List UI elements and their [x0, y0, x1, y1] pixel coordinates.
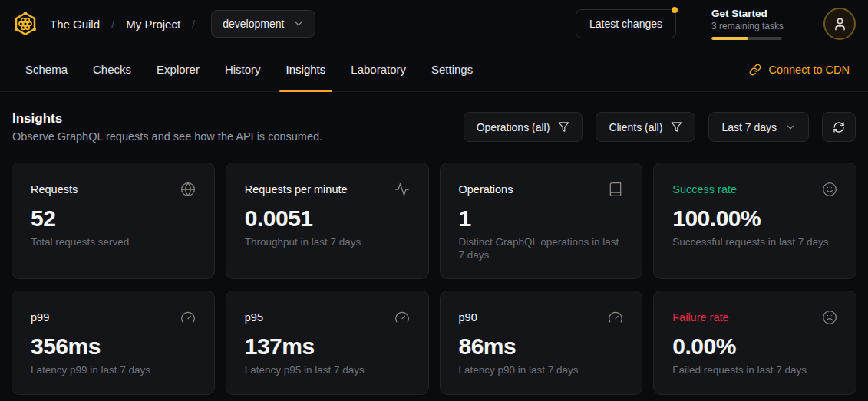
tab-schema[interactable]: Schema	[25, 48, 68, 91]
date-range-label: Last 7 days	[721, 121, 777, 133]
card-value: 356ms	[31, 334, 196, 360]
stat-card-operations: Operations 1 Distinct GraphQL operations…	[440, 163, 643, 279]
get-started-progressbar	[711, 37, 782, 40]
card-value: 86ms	[459, 334, 624, 360]
refresh-button[interactable]	[822, 112, 856, 142]
card-subtitle: Latency p99 in last 7 days	[31, 364, 196, 377]
environment-selector[interactable]: development	[211, 10, 315, 38]
card-subtitle: Distinct GraphQL operations in last 7 da…	[459, 236, 624, 261]
latest-changes-button[interactable]: Latest changes	[576, 9, 676, 38]
breadcrumb: The Guild / My Project / development	[50, 10, 315, 38]
hive-logo-icon[interactable]	[11, 9, 40, 38]
topbar-right: Latest changes Get Started 3 remaining t…	[576, 8, 856, 40]
link-icon	[749, 64, 761, 76]
stat-card-success-rate: Success rate 100.00% Successful requests…	[653, 163, 856, 279]
card-value: 1	[459, 205, 624, 232]
stat-card-p90: p90 86ms Latency p90 in last 7 days	[440, 291, 643, 395]
card-value: 52	[31, 205, 196, 232]
card-subtitle: Throughput in last 7 days	[245, 236, 410, 249]
stat-card-requests-per-minute: Requests per minute 0.0051 Throughput in…	[226, 163, 429, 279]
activity-icon	[394, 182, 410, 197]
stats-grid: Requests 52 Total requests served Reques…	[12, 163, 856, 395]
card-subtitle: Latency p90 in last 7 days	[459, 364, 624, 377]
book-icon	[608, 182, 623, 197]
tab-settings[interactable]: Settings	[431, 48, 473, 91]
tab-laboratory[interactable]: Laboratory	[351, 48, 406, 91]
card-subtitle: Total requests served	[31, 236, 196, 249]
card-value: 0.00%	[672, 334, 837, 360]
filter-funnel-icon	[558, 121, 569, 133]
tab-checks[interactable]: Checks	[93, 48, 131, 91]
gauge-icon	[608, 310, 623, 325]
clients-filter-button[interactable]: Clients (all)	[596, 112, 695, 142]
breadcrumb-org[interactable]: The Guild	[50, 18, 100, 31]
tab-explorer[interactable]: Explorer	[157, 48, 200, 91]
date-range-selector[interactable]: Last 7 days	[708, 112, 809, 142]
card-subtitle: Failed requests in last 7 days	[672, 364, 837, 377]
chevron-down-icon	[293, 18, 304, 29]
tab-insights[interactable]: Insights	[286, 48, 326, 91]
section-header: Insights Observe GraphQL requests and se…	[12, 111, 856, 143]
user-icon	[833, 17, 847, 31]
notification-dot	[672, 7, 678, 13]
card-title: p99	[31, 311, 49, 324]
user-avatar[interactable]	[823, 8, 856, 40]
refresh-icon	[833, 121, 845, 133]
page-title: Insights	[12, 111, 322, 127]
card-title: Requests	[31, 183, 78, 196]
stat-card-p95: p95 137ms Latency p95 in last 7 days	[226, 291, 429, 395]
section-header-text: Insights Observe GraphQL requests and se…	[12, 111, 322, 143]
card-value: 0.0051	[245, 205, 410, 232]
gauge-icon	[180, 310, 196, 325]
card-subtitle: Successful requests in last 7 days	[672, 236, 837, 249]
operations-filter-label: Operations (all)	[477, 121, 550, 133]
tab-history[interactable]: History	[225, 48, 261, 91]
get-started-remaining: 3 remaining tasks	[711, 21, 788, 31]
globe-icon	[180, 182, 196, 197]
stat-card-requests: Requests 52 Total requests served	[12, 163, 215, 279]
get-started-progress-fill	[711, 37, 748, 40]
card-title: Requests per minute	[245, 183, 348, 196]
card-title: p95	[245, 311, 263, 324]
hive-dashboard: The Guild / My Project / development Lat…	[0, 0, 868, 401]
connect-to-cdn-label: Connect to CDN	[768, 64, 850, 76]
nav-bar: Schema Checks Explorer History Insights …	[0, 48, 868, 92]
chevron-down-icon	[785, 122, 796, 133]
breadcrumb-separator: /	[111, 18, 114, 31]
page-subtitle: Observe GraphQL requests and see how the…	[12, 130, 322, 143]
breadcrumb-separator: /	[192, 18, 195, 31]
card-title: Failure rate	[672, 311, 728, 324]
get-started-title: Get Started	[711, 8, 788, 19]
smile-icon	[822, 182, 837, 197]
stat-card-p99: p99 356ms Latency p99 in last 7 days	[12, 291, 215, 395]
stat-card-failure-rate: Failure rate 0.00% Failed requests in la…	[653, 291, 856, 395]
operations-filter-button[interactable]: Operations (all)	[464, 112, 583, 142]
top-bar: The Guild / My Project / development Lat…	[0, 0, 868, 48]
card-title: Operations	[459, 183, 513, 196]
card-title: Success rate	[672, 183, 737, 196]
get-started-widget[interactable]: Get Started 3 remaining tasks	[711, 8, 788, 40]
card-subtitle: Latency p95 in last 7 days	[245, 364, 410, 377]
connect-to-cdn-link[interactable]: Connect to CDN	[749, 48, 850, 91]
card-value: 100.00%	[672, 205, 837, 232]
frown-icon	[822, 310, 837, 325]
environment-selector-value: development	[223, 18, 284, 30]
breadcrumb-project[interactable]: My Project	[126, 18, 180, 31]
card-value: 137ms	[245, 334, 410, 360]
tabs: Schema Checks Explorer History Insights …	[25, 48, 473, 91]
card-title: p90	[459, 311, 477, 324]
insights-content: Insights Observe GraphQL requests and se…	[0, 92, 868, 395]
latest-changes-label: Latest changes	[589, 18, 662, 30]
filter-funnel-icon	[671, 121, 682, 133]
gauge-icon	[394, 310, 410, 325]
clients-filter-label: Clients (all)	[609, 121, 662, 133]
filters-bar: Operations (all) Clients (all) Last 7 da…	[464, 112, 856, 142]
